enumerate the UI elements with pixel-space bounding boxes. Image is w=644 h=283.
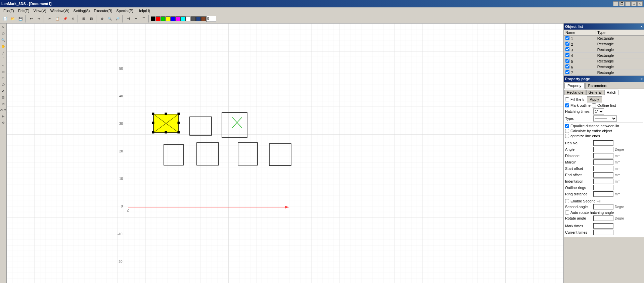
object-list-row[interactable]: 3 Rectangle (564, 47, 644, 53)
object-list-row[interactable]: 4 Rectangle (564, 53, 644, 58)
mark-outline-checkbox[interactable] (565, 103, 569, 107)
redo-button[interactable]: ↪ (35, 15, 43, 22)
handle-tr[interactable] (178, 113, 180, 115)
undo-button[interactable]: ↩ (28, 15, 35, 22)
margin-input[interactable]: 0 (593, 159, 613, 165)
align-center-button[interactable]: ⊢ (132, 15, 140, 22)
rect-tool[interactable]: □ (0, 75, 6, 81)
sub-tab-rectangle[interactable]: Rectangle (564, 90, 586, 95)
object-list-row[interactable]: 7 Rectangle (564, 70, 644, 76)
object-visibility-checkbox[interactable] (565, 64, 569, 68)
menu-view[interactable]: View(V) (31, 8, 48, 13)
color-cyan[interactable] (181, 16, 186, 21)
end-offset-input[interactable]: 0 (593, 172, 613, 178)
app-minimize2-button[interactable]: ─ (625, 1, 631, 6)
app-maximize-button[interactable]: □ (631, 1, 637, 6)
app-minimize-button[interactable]: ─ (613, 1, 618, 6)
second-angle-input[interactable]: 90 (593, 204, 613, 209)
menu-window[interactable]: Window(W) (48, 8, 72, 13)
circle-tool[interactable]: ○ (0, 62, 6, 68)
line-tool[interactable]: ╱ (0, 50, 6, 56)
handle-bm[interactable] (165, 131, 167, 133)
handle-tl[interactable] (152, 113, 154, 115)
barcode-tool[interactable]: ▤ (0, 94, 6, 100)
measure-tool[interactable]: ⊢ (0, 113, 6, 120)
object-visibility-checkbox[interactable] (565, 59, 569, 63)
delete-button[interactable]: ✕ (69, 15, 77, 22)
paste-button[interactable]: 📌 (61, 15, 69, 22)
canvas-area[interactable]: 50 40 30 20 10 0 -10 -20 Z (7, 23, 563, 283)
pan-tool[interactable]: ✋ (0, 43, 6, 49)
distance-input[interactable]: 0.001 (593, 153, 613, 158)
ring-distance-input[interactable]: 0 (593, 191, 613, 197)
color-yellow[interactable] (166, 16, 171, 21)
out-tool[interactable]: OUT (0, 107, 6, 113)
type-select[interactable]: ───── (593, 115, 617, 122)
property-panel-close[interactable]: × (641, 77, 643, 81)
node-tool[interactable]: ⬡ (0, 31, 6, 37)
object-visibility-checkbox[interactable] (565, 47, 569, 51)
hatching-times-select[interactable]: 1* 2* 3* (593, 108, 604, 114)
auto-rotate-checkbox[interactable] (565, 210, 569, 215)
color-green[interactable] (161, 16, 166, 21)
tab-property[interactable]: Property (564, 83, 585, 89)
zoom-out-button[interactable]: 🔎 (114, 15, 121, 22)
color-blue[interactable] (171, 16, 176, 21)
menu-setting[interactable]: Setting(S) (72, 8, 92, 13)
zoom-fit-button[interactable]: ⊕ (98, 15, 106, 22)
fill-tri-checkbox[interactable] (565, 97, 569, 101)
ellipse-tool[interactable]: ⬭ (0, 69, 6, 75)
arc-tool[interactable]: ⌒ (0, 56, 6, 62)
indentation-input[interactable]: 0 (593, 179, 613, 184)
angle-input[interactable]: 0 (593, 147, 613, 152)
object-visibility-checkbox[interactable] (565, 53, 569, 57)
menu-file[interactable]: File(F) (1, 8, 16, 13)
enable-second-fill-checkbox[interactable] (565, 199, 569, 203)
menu-execute[interactable]: Execute(R) (92, 8, 114, 13)
object-visibility-checkbox[interactable] (565, 42, 569, 46)
select-tool[interactable]: ↖ (0, 24, 6, 30)
sub-tab-general[interactable]: General (586, 90, 604, 95)
handle-ml[interactable] (152, 122, 154, 124)
zoom-in-button[interactable]: 🔍 (106, 15, 113, 22)
object-list-close[interactable]: × (641, 25, 643, 29)
outline-first-checkbox[interactable] (592, 103, 596, 107)
color-black[interactable] (151, 16, 155, 21)
handle-tm[interactable] (165, 113, 167, 115)
menu-special[interactable]: Special(P) (114, 8, 136, 13)
app-restore-button[interactable]: ❐ (619, 1, 625, 6)
open-button[interactable]: 📂 (9, 15, 16, 22)
apply-button[interactable]: Apply (587, 96, 602, 102)
group-button[interactable]: ⊞ (80, 15, 87, 22)
outline-rings-input[interactable]: 0 (593, 185, 613, 190)
save-button[interactable]: 💾 (17, 15, 24, 22)
app-close-button[interactable]: ✕ (637, 1, 643, 6)
tab-parameters[interactable]: Parameters (585, 83, 610, 89)
align-left-button[interactable]: ⊣ (125, 15, 132, 22)
handle-bl[interactable] (152, 131, 154, 133)
handle-mr[interactable] (178, 122, 180, 124)
color-magenta[interactable] (176, 16, 181, 21)
object-list-row[interactable]: 1 Rectangle (564, 36, 644, 41)
optimize-checkbox[interactable] (565, 134, 569, 138)
color-white[interactable] (186, 16, 191, 21)
object-visibility-checkbox[interactable] (565, 70, 569, 74)
mark-times-input[interactable]: 1 (593, 223, 613, 229)
copy-button[interactable]: 📋 (54, 15, 61, 22)
color-brown[interactable] (201, 16, 206, 21)
handle-br[interactable] (178, 131, 180, 133)
zoom-tool[interactable]: 🔍 (0, 37, 6, 43)
equalize-checkbox[interactable] (565, 124, 569, 128)
ungroup-button[interactable]: ⊟ (88, 15, 95, 22)
current-times-input[interactable]: 0 (593, 230, 613, 235)
color-darkblue[interactable] (196, 16, 201, 21)
align-right-button[interactable]: ⊤ (140, 15, 147, 22)
object-list-row[interactable]: 6 Rectangle (564, 64, 644, 70)
color-gray[interactable] (191, 16, 196, 21)
text-tool[interactable]: A (0, 88, 6, 94)
object-list-row[interactable]: 5 Rectangle (564, 58, 644, 64)
sub-tab-hatch[interactable]: Hatch (604, 90, 619, 95)
poly-tool[interactable]: ⬠ (0, 82, 6, 88)
calc-entire-checkbox[interactable] (565, 129, 569, 133)
menu-help[interactable]: Help(H) (135, 8, 152, 13)
